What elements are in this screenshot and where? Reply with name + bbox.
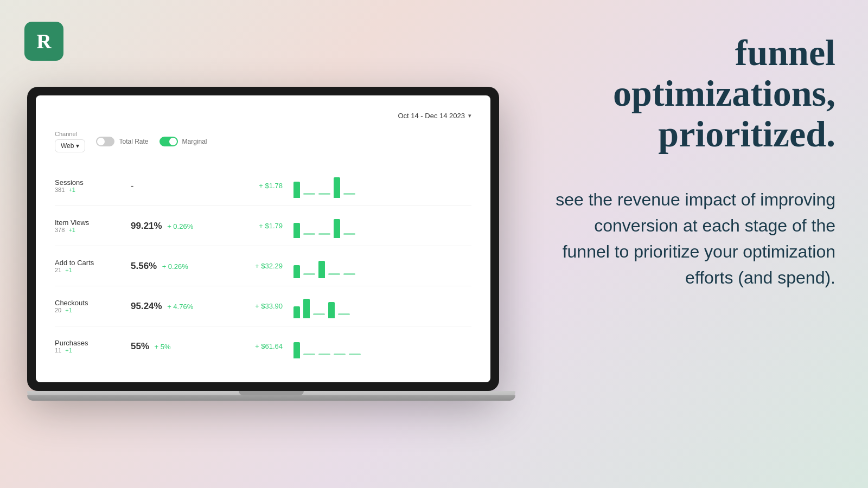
total-rate-toggle-group: Total Rate: [96, 137, 148, 146]
bar-dash: [334, 354, 346, 355]
table-row: Checkouts 20 +1 95.24% + 4.76% + $33.90: [55, 286, 471, 326]
metric-count: 20: [55, 307, 61, 313]
bar-dash: [343, 273, 355, 275]
bar-dash: [338, 313, 350, 315]
date-range-selector[interactable]: Oct 14 - Dec 14 2023 ▾: [398, 112, 471, 120]
channel-label: Channel: [55, 131, 85, 137]
revenue-col: + $1.79: [239, 222, 293, 230]
bar-group: [334, 177, 340, 198]
metric-name: Add to Carts: [55, 259, 131, 267]
rate-value: 99.21%: [131, 221, 162, 231]
bar-dash: [349, 354, 361, 355]
table-row: Sessions 381 +1 - + $1.78: [55, 166, 471, 206]
bar-dash: [318, 233, 330, 235]
bar-group: [293, 223, 300, 238]
revenue-col: + $61.64: [239, 342, 293, 350]
laptop-body: Oct 14 - Dec 14 2023 ▾ Channel Web ▾ Tot…: [27, 87, 499, 391]
metric-col-checkouts: Checkouts 20 +1: [55, 299, 131, 313]
bar-group: [334, 219, 340, 238]
marginal-toggle[interactable]: [159, 137, 178, 146]
metric-col-purchases: Purchases 11 +1: [55, 339, 131, 354]
metric-name: Checkouts: [55, 299, 131, 307]
metric-count: 378: [55, 227, 65, 233]
rate-col: 5.56% + 0.26%: [131, 261, 239, 272]
revenue-col: + $1.78: [239, 182, 293, 190]
logo-letter: R: [36, 29, 51, 53]
bar: [293, 223, 300, 238]
right-panel: funnel optimizations, prioritized. see t…: [553, 33, 835, 291]
table-row: Item Views 378 +1 99.21% + 0.26% + $1.79: [55, 206, 471, 246]
laptop-screen: Oct 14 - Dec 14 2023 ▾ Channel Web ▾ Tot…: [36, 95, 490, 382]
app-logo: R: [24, 22, 63, 61]
rate-value: 5.56%: [131, 261, 157, 271]
rate-delta: + 4.76%: [167, 303, 193, 311]
metric-count: 11: [55, 347, 61, 354]
metric-count: 21: [55, 267, 61, 273]
headline: funnel optimizations, prioritized.: [553, 33, 835, 154]
bar-group: [293, 306, 300, 318]
bar-dash: [303, 233, 315, 235]
bar: [293, 265, 300, 278]
bar: [334, 219, 340, 238]
metric-delta: +1: [68, 187, 75, 193]
bar: [328, 302, 335, 318]
bar-group: [328, 302, 335, 318]
bar-dash: [318, 193, 330, 195]
chevron-down-icon: ▾: [468, 112, 471, 119]
marginal-toggle-group: Marginal: [159, 137, 207, 146]
total-rate-label: Total Rate: [119, 138, 148, 145]
subtext: see the revenue impact of improving conv…: [553, 187, 835, 291]
revenue-col: + $32.29: [239, 262, 293, 270]
bar-dash: [303, 193, 315, 195]
marginal-label: Marginal: [182, 138, 207, 145]
bar: [293, 342, 300, 358]
rate-delta: + 0.26%: [162, 262, 188, 271]
metric-col-sessions: Sessions 381 +1: [55, 178, 131, 193]
bar-dash: [318, 354, 330, 355]
bar: [334, 177, 340, 198]
metric-col-addtocart: Add to Carts 21 +1: [55, 259, 131, 273]
metric-delta: +1: [65, 347, 72, 354]
bar-group: [303, 299, 310, 318]
bar-group: [318, 261, 325, 278]
metric-count: 381: [55, 187, 65, 193]
laptop-wrapper: Oct 14 - Dec 14 2023 ▾ Channel Web ▾ Tot…: [27, 87, 515, 401]
bar-dash: [328, 273, 340, 275]
bar: [303, 299, 310, 318]
metric-name: Purchases: [55, 339, 131, 347]
channel-value: Web: [61, 142, 74, 150]
bar-dash: [303, 273, 315, 275]
bar-group: [293, 182, 300, 198]
metric-delta: +1: [65, 307, 72, 313]
revenue-col: + $33.90: [239, 302, 293, 310]
bar-group: [293, 342, 300, 358]
bar: [293, 182, 300, 198]
chart-col: [293, 294, 471, 318]
chart-col: [293, 174, 471, 198]
bar-dash: [303, 354, 315, 355]
metric-col-itemviews: Item Views 378 +1: [55, 219, 131, 233]
rate-delta: + 5%: [154, 343, 170, 351]
dashboard-header: Oct 14 - Dec 14 2023 ▾: [55, 112, 471, 120]
table-row: Purchases 11 +1 55% + 5% + $61.64: [55, 326, 471, 366]
metric-name: Item Views: [55, 219, 131, 227]
date-range-text: Oct 14 - Dec 14 2023: [398, 112, 465, 120]
chart-col: [293, 214, 471, 238]
headline-line2: prioritized.: [658, 113, 835, 155]
laptop-base: [27, 391, 515, 401]
rate-col: -: [131, 181, 239, 191]
metric-delta: +1: [65, 267, 72, 273]
chart-col: [293, 334, 471, 358]
bar-dash: [343, 233, 355, 235]
rate-col: 55% + 5%: [131, 341, 239, 352]
bar-group: [293, 265, 300, 278]
metric-name: Sessions: [55, 178, 131, 187]
chart-col: [293, 254, 471, 278]
rate-value: -: [131, 181, 133, 190]
channel-control: Channel Web ▾: [55, 131, 85, 152]
total-rate-toggle[interactable]: [96, 137, 114, 146]
bar-dash: [313, 313, 325, 315]
channel-select[interactable]: Web ▾: [55, 139, 85, 152]
headline-line1: funnel optimizations,: [613, 32, 835, 114]
rate-col: 95.24% + 4.76%: [131, 301, 239, 312]
